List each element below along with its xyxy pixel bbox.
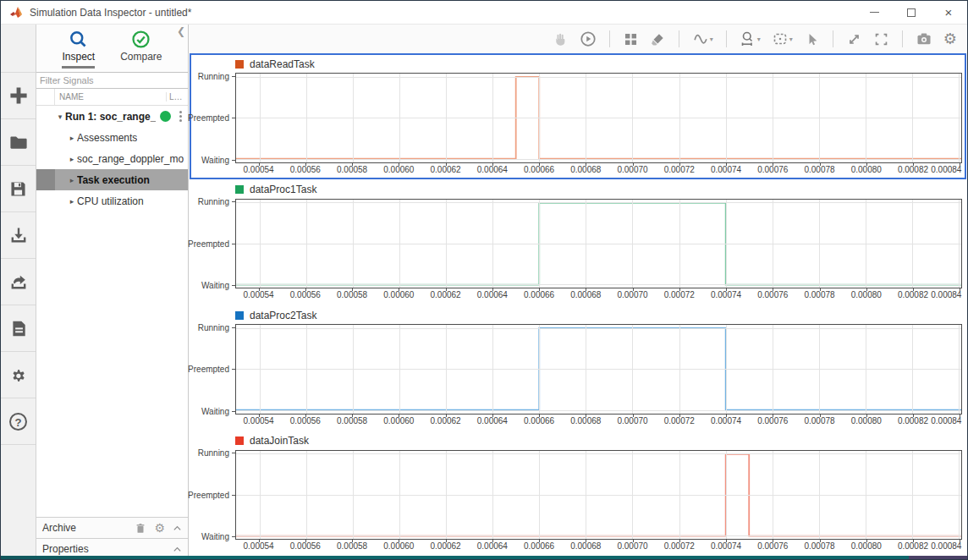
pan-hand-icon[interactable] — [551, 30, 570, 49]
tree-caret-icon[interactable]: ▸ — [67, 134, 77, 142]
tree-caret-icon[interactable]: ▸ — [67, 176, 77, 184]
plot-canvas[interactable] — [235, 324, 962, 415]
x-tick-label: 0.00060 — [383, 290, 414, 299]
x-tick-mark — [539, 415, 540, 417]
folder-icon — [8, 132, 29, 152]
plot-canvas[interactable] — [235, 73, 962, 163]
y-tick-label: Running — [198, 322, 229, 332]
left-toolbar-spacer — [1, 25, 36, 73]
x-tick-mark — [820, 288, 821, 291]
minimize-button[interactable] — [855, 1, 893, 24]
v-gridline — [726, 325, 727, 414]
x-tick-label: 0.00084 — [931, 541, 961, 551]
signal-plot-pane[interactable]: dataReadTask RunningPreemptedWaiting 0.0… — [190, 53, 966, 179]
help-icon: ? — [8, 411, 29, 432]
tab-compare[interactable]: Compare — [118, 30, 163, 72]
matlab-logo-icon — [9, 6, 23, 19]
signal-plot-pane[interactable]: dataProc1Task RunningPreemptedWaiting 0.… — [190, 179, 966, 305]
x-tick-label: 0.00072 — [664, 541, 695, 551]
tree-row[interactable]: ▸ Task execution — [36, 169, 188, 190]
close-button[interactable]: × — [930, 1, 967, 24]
tree-row[interactable]: ▸ CPU utilization — [36, 190, 188, 211]
x-tick-label: 0.00060 — [383, 416, 414, 425]
tab-inspect[interactable]: Inspect — [60, 30, 96, 72]
h-gridline — [236, 453, 961, 454]
tree-row[interactable]: ▸ Assessments — [36, 127, 188, 148]
v-gridline — [260, 451, 261, 540]
save-button[interactable] — [1, 166, 36, 212]
v-gridline — [353, 325, 354, 414]
x-tick-mark — [633, 288, 634, 291]
v-gridline — [912, 451, 913, 540]
x-axis-tick-labels: 0.000540.000560.000580.000600.000620.000… — [235, 415, 962, 429]
open-button[interactable] — [1, 119, 36, 166]
v-gridline — [866, 325, 866, 414]
plot-legend: dataReadTask — [191, 55, 965, 73]
chevron-down-icon: ▾ — [710, 36, 713, 43]
help-button[interactable]: ? — [1, 398, 36, 445]
tree-row-gutter — [36, 169, 55, 190]
sidebar-tabs: ❮ Inspect Compare — [36, 25, 188, 72]
properties-collapse-icon[interactable] — [173, 545, 182, 554]
x-tick-mark — [960, 415, 960, 417]
tree-row[interactable]: ▾ Run 1: soc_range_ — [36, 106, 188, 127]
tree-caret-icon[interactable]: ▸ — [67, 197, 77, 206]
archive-panel-header[interactable]: Archive ⚙ — [36, 517, 188, 538]
import-button[interactable] — [1, 212, 36, 259]
kebab-menu-icon[interactable] — [176, 111, 184, 122]
tree-caret-icon[interactable]: ▸ — [67, 155, 77, 163]
preferences-button[interactable] — [1, 352, 36, 398]
signal-style-icon[interactable]: ▾ — [690, 29, 715, 49]
x-tick-mark — [820, 540, 821, 542]
pointer-icon[interactable] — [802, 30, 822, 49]
trash-icon[interactable] — [135, 522, 146, 535]
x-tick-mark — [305, 540, 306, 542]
settings-gear-icon[interactable]: ⚙ — [942, 30, 959, 48]
create-report-button[interactable] — [1, 305, 36, 352]
signal-plot-pane[interactable]: dataProc2Task RunningPreemptedWaiting 0.… — [190, 305, 966, 431]
window-title: Simulation Data Inspector - untitled* — [30, 7, 191, 19]
x-axis-tick-labels: 0.000540.000560.000580.000600.000620.000… — [235, 163, 962, 178]
subplot-layout-icon[interactable] — [621, 30, 641, 49]
v-gridline — [306, 451, 307, 540]
tree-header: NAME L… — [36, 89, 188, 106]
v-gridline — [866, 451, 866, 540]
x-tick-label: 0.00066 — [524, 541, 554, 551]
snapshot-camera-icon[interactable] — [914, 29, 934, 49]
archive-settings-icon[interactable]: ⚙ — [154, 522, 165, 534]
replay-icon[interactable] — [578, 29, 598, 49]
add-button[interactable] — [1, 73, 36, 119]
x-tick-label: 0.00054 — [244, 416, 274, 425]
tree-row[interactable]: ▸ soc_range_doppler_mo — [36, 148, 188, 169]
x-tick-label: 0.00066 — [524, 165, 554, 174]
clear-subplots-eraser-icon[interactable] — [648, 30, 668, 49]
zoom-in-rect-icon[interactable]: ▾ — [770, 29, 795, 49]
maximize-button[interactable] — [893, 1, 930, 24]
svg-text:?: ? — [14, 415, 21, 428]
x-tick-label: 0.00062 — [431, 290, 461, 299]
legend-color-swatch — [235, 436, 244, 445]
plot-canvas[interactable] — [235, 450, 962, 541]
export-button[interactable] — [1, 259, 36, 305]
fit-to-view-icon[interactable] — [844, 30, 864, 49]
tree-row-gutter — [36, 127, 55, 148]
x-tick-label: 0.00058 — [337, 541, 367, 551]
tree-caret-icon[interactable]: ▾ — [55, 113, 65, 121]
filter-signals-input[interactable] — [36, 72, 188, 89]
zoom-in-time-icon[interactable]: ▾ — [738, 29, 762, 49]
v-gridline — [353, 200, 354, 288]
x-tick-mark — [726, 415, 727, 417]
x-tick-label: 0.00064 — [477, 165, 508, 174]
v-gridline — [773, 325, 773, 414]
plot-canvas[interactable] — [235, 199, 962, 289]
legend-signal-name: dataReadTask — [250, 58, 315, 70]
x-tick-mark — [773, 415, 773, 417]
x-tick-label: 0.00066 — [524, 416, 554, 425]
y-tick-label: Waiting — [201, 406, 229, 415]
x-tick-mark — [446, 163, 447, 166]
signal-plot-pane[interactable]: dataJoinTask RunningPreemptedWaiting 0.0… — [190, 431, 966, 557]
archive-collapse-icon[interactable] — [173, 524, 182, 533]
fullscreen-icon[interactable] — [872, 30, 891, 49]
collapse-sidebar-icon[interactable]: ❮ — [177, 26, 185, 36]
y-tick-label: Waiting — [201, 155, 229, 164]
